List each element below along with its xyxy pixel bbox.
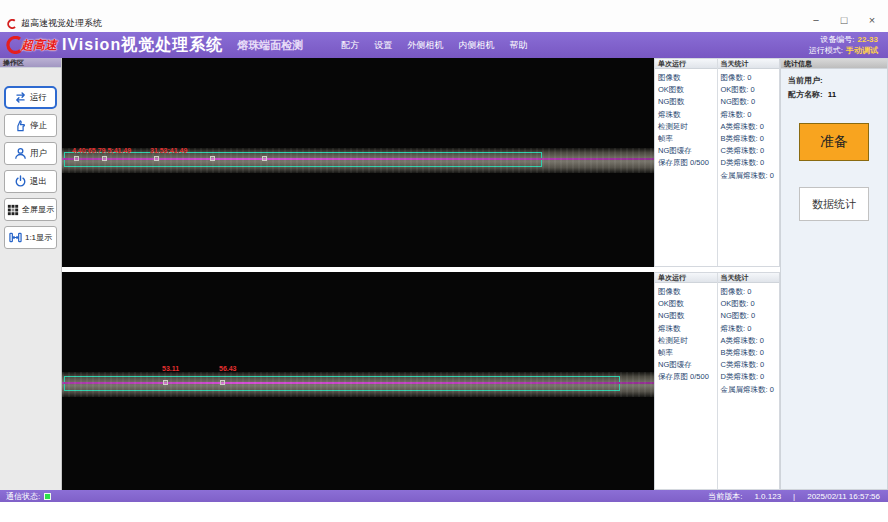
operation-panel-title: 操作区 bbox=[0, 58, 61, 68]
app-logo-icon bbox=[6, 19, 17, 29]
data-statistics-button[interactable]: 数据统计 bbox=[799, 187, 869, 221]
recipe-name-label: 配方名称: bbox=[788, 90, 823, 99]
stat-row: D类熔珠数: 0 bbox=[721, 157, 780, 169]
app-title: IVision视觉处理系统 bbox=[62, 35, 223, 56]
app-window: 超高速视觉处理系统 − □ × 超高速 IVision视觉处理系统 熔珠端面检测… bbox=[0, 0, 888, 522]
stat-row: 图像数 bbox=[658, 286, 717, 298]
stat-row: NG图数 bbox=[658, 96, 717, 108]
stat-row: 检测延时 bbox=[658, 335, 717, 347]
version-label: 当前版本: bbox=[708, 491, 742, 502]
maximize-button[interactable]: □ bbox=[838, 13, 850, 27]
stat-row: 熔珠数: 0 bbox=[721, 323, 780, 335]
operation-sidebar: 操作区 运行 停止 用户 退出 全屏显示 bbox=[0, 58, 62, 490]
stat-row: 保存原图 0/500 bbox=[658, 157, 717, 169]
brand-logo: 超高速 bbox=[4, 36, 57, 54]
comm-status-label: 通信状态: bbox=[6, 491, 40, 502]
stat-row: 熔珠数 bbox=[658, 323, 717, 335]
user-button[interactable]: 用户 bbox=[4, 142, 57, 165]
defect-mark bbox=[74, 156, 79, 161]
device-info: 设备编号:22-33 运行模式:手动调试 bbox=[809, 34, 878, 56]
single-run-column: 单次运行 图像数 OK图数 NG图数 熔珠数 检测延时 帧率 NG图缓存 保存原… bbox=[655, 273, 718, 489]
menu-help[interactable]: 帮助 bbox=[509, 39, 527, 52]
window-title: 超高速视觉处理系统 bbox=[21, 17, 102, 30]
inspection-strip: 53.11 56.43 bbox=[62, 372, 654, 397]
stat-row: NG图缓存 bbox=[658, 359, 717, 371]
stat-row: 检测延时 bbox=[658, 121, 717, 133]
stat-row: OK图数 bbox=[658, 84, 717, 96]
stat-row: OK图数 bbox=[658, 298, 717, 310]
fullscreen-button-label: 全屏显示 bbox=[22, 204, 54, 215]
stat-row: OK图数: 0 bbox=[721, 298, 780, 310]
stat-row: C类熔珠数: 0 bbox=[721, 145, 780, 157]
stat-row: 帧率 bbox=[658, 133, 717, 145]
stat-row: 图像数: 0 bbox=[721, 72, 780, 84]
device-number-label: 设备编号: bbox=[820, 35, 854, 44]
run-button[interactable]: 运行 bbox=[4, 86, 57, 109]
measurement-annotation: 56.43 bbox=[219, 365, 237, 372]
brand-logo-text: 超高速 bbox=[21, 37, 57, 54]
stat-row: NG图数: 0 bbox=[721, 96, 780, 108]
stat-row: 熔珠数 bbox=[658, 109, 717, 121]
status-separator: | bbox=[793, 492, 795, 501]
defect-mark bbox=[163, 380, 168, 385]
defect-mark bbox=[102, 156, 107, 161]
stat-row: 帧率 bbox=[658, 347, 717, 359]
today-stats-title: 当天统计 bbox=[718, 273, 780, 283]
prepare-button[interactable]: 准备 bbox=[799, 123, 869, 161]
user-button-label: 用户 bbox=[30, 148, 47, 160]
menu-outer-camera[interactable]: 外侧相机 bbox=[407, 39, 443, 52]
stat-row: OK图数: 0 bbox=[721, 84, 780, 96]
run-arrows-icon bbox=[14, 91, 27, 104]
os-titlebar: 超高速视觉处理系统 − □ × bbox=[0, 0, 888, 32]
device-number-value: 22-33 bbox=[858, 35, 878, 44]
user-icon bbox=[14, 147, 27, 160]
menu-settings[interactable]: 设置 bbox=[374, 39, 392, 52]
today-stats-title: 当天统计 bbox=[718, 59, 780, 69]
one-to-one-icon bbox=[9, 231, 22, 244]
stat-row: B类熔珠数: 0 bbox=[721, 347, 780, 359]
power-icon bbox=[14, 175, 27, 188]
stat-row: NG图数 bbox=[658, 310, 717, 322]
hand-click-icon bbox=[14, 119, 27, 132]
one-to-one-button-label: 1:1显示 bbox=[25, 232, 52, 243]
stop-button-label: 停止 bbox=[30, 120, 47, 132]
stats-group-camera-1: 单次运行 图像数 OK图数 NG图数 熔珠数 检测延时 帧率 NG图缓存 保存原… bbox=[654, 58, 780, 267]
one-to-one-button[interactable]: 1:1显示 bbox=[4, 226, 57, 249]
stat-row: A类熔珠数: 0 bbox=[721, 121, 780, 133]
today-stats-column: 当天统计 图像数: 0 OK图数: 0 NG图数: 0 熔珠数: 0 A类熔珠数… bbox=[718, 273, 780, 489]
defect-mark bbox=[154, 156, 159, 161]
stat-row: NG图数: 0 bbox=[721, 310, 780, 322]
recipe-name-value: 11 bbox=[828, 90, 836, 99]
camera-view-2: 53.11 56.43 bbox=[62, 272, 654, 490]
stat-row: 熔珠数: 0 bbox=[721, 109, 780, 121]
run-button-label: 运行 bbox=[30, 92, 47, 104]
stats-group-camera-2: 单次运行 图像数 OK图数 NG图数 熔珠数 检测延时 帧率 NG图缓存 保存原… bbox=[654, 272, 780, 490]
app-subtitle: 熔珠端面检测 bbox=[237, 38, 303, 53]
menu-inner-camera[interactable]: 内侧相机 bbox=[458, 39, 494, 52]
fullscreen-button[interactable]: 全屏显示 bbox=[4, 198, 57, 221]
stat-row: B类熔珠数: 0 bbox=[721, 133, 780, 145]
defect-mark bbox=[262, 156, 267, 161]
close-button[interactable]: × bbox=[866, 13, 878, 27]
grid-icon bbox=[7, 204, 19, 216]
status-bar: 通信状态: 当前版本: 1.0.123 | 2025/02/11 16:57:5… bbox=[0, 490, 888, 502]
stat-row: 金属屑熔珠数: 0 bbox=[721, 384, 780, 396]
menu-recipe[interactable]: 配方 bbox=[341, 39, 359, 52]
roi-box bbox=[64, 152, 542, 167]
minimize-button[interactable]: − bbox=[810, 13, 822, 27]
roi-box bbox=[64, 376, 620, 391]
measurement-annotation: 4.40;65.79.5;41.49 bbox=[72, 147, 131, 154]
exit-button[interactable]: 退出 bbox=[4, 170, 57, 193]
single-run-title: 单次运行 bbox=[655, 273, 717, 283]
stat-row: A类熔珠数: 0 bbox=[721, 335, 780, 347]
stop-button[interactable]: 停止 bbox=[4, 114, 57, 137]
current-user-label: 当前用户: bbox=[788, 76, 823, 85]
stat-row: C类熔珠数: 0 bbox=[721, 359, 780, 371]
laser-line bbox=[62, 382, 654, 384]
laser-line bbox=[62, 158, 654, 160]
comm-status-indicator bbox=[44, 493, 51, 500]
exit-button-label: 退出 bbox=[30, 176, 47, 188]
run-mode-label: 运行模式: bbox=[809, 46, 843, 55]
stat-row: 图像数 bbox=[658, 72, 717, 84]
stat-row: 图像数: 0 bbox=[721, 286, 780, 298]
